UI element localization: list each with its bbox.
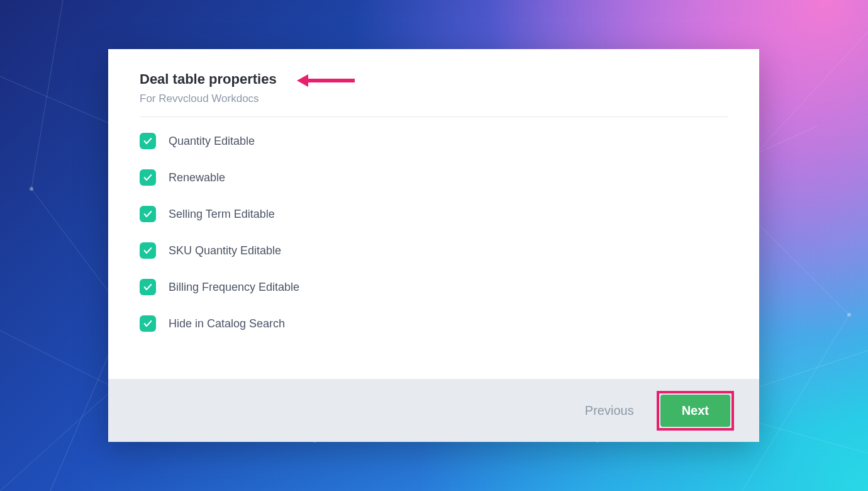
check-icon [143,172,153,183]
checkbox-quantity-editable[interactable] [140,133,156,149]
property-row-quantity-editable: Quantity Editable [140,133,728,149]
property-label: SKU Quantity Editable [169,244,281,257]
checkbox-renewable[interactable] [140,169,156,186]
property-row-sku-quantity-editable: SKU Quantity Editable [140,242,728,259]
previous-button[interactable]: Previous [581,397,638,424]
property-row-renewable: Renewable [140,169,728,186]
check-icon [143,282,153,292]
property-label: Hide in Catalog Search [169,317,285,330]
checkbox-selling-term-editable[interactable] [140,206,156,222]
checkbox-hide-in-catalog-search[interactable] [140,315,156,332]
checkbox-sku-quantity-editable[interactable] [140,242,156,259]
check-icon [143,246,153,256]
dialog-title: Deal table properties [140,71,728,87]
check-icon [143,209,153,219]
svg-point-12 [847,313,851,317]
property-label: Renewable [169,171,225,184]
next-button-highlight: Next [657,391,734,431]
dialog-subtitle: For Revvcloud Workdocs [140,93,728,105]
check-icon [143,136,153,146]
next-button[interactable]: Next [660,395,730,427]
property-label: Billing Frequency Editable [169,281,299,294]
check-icon [143,319,153,329]
property-row-billing-frequency-editable: Billing Frequency Editable [140,279,728,295]
background-gradient: Deal table properties For Revvcloud Work… [0,0,868,491]
dialog-footer: Previous Next [108,379,759,442]
header-divider [140,116,728,117]
dialog-body: Deal table properties For Revvcloud Work… [108,49,759,379]
property-label: Selling Term Editable [169,208,275,221]
checkbox-billing-frequency-editable[interactable] [140,279,156,295]
dialog-panel: Deal table properties For Revvcloud Work… [108,49,759,442]
property-list: Quantity Editable Renewable Selling Term… [140,133,728,332]
svg-point-9 [30,187,33,191]
property-row-hide-in-catalog-search: Hide in Catalog Search [140,315,728,332]
property-row-selling-term-editable: Selling Term Editable [140,206,728,222]
property-label: Quantity Editable [169,135,255,148]
